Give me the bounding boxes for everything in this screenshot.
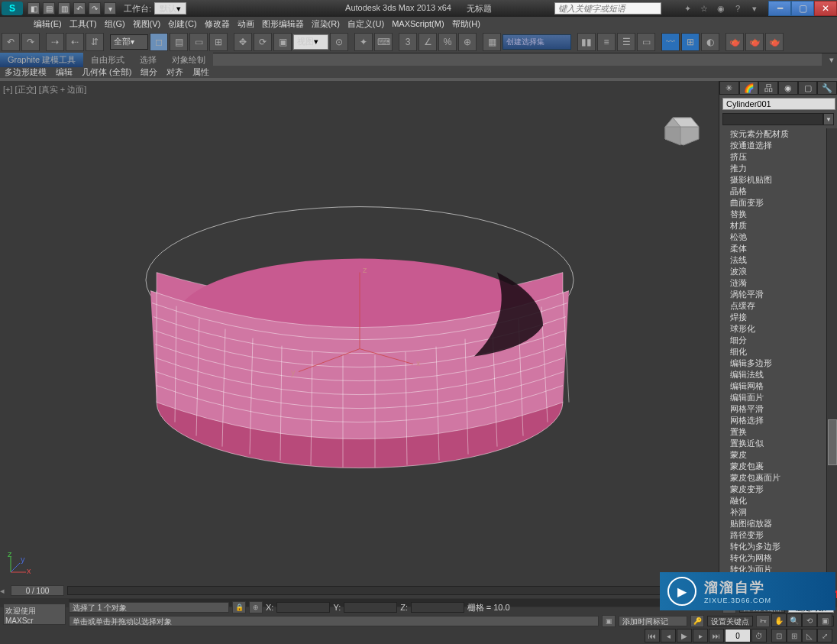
minimize-button[interactable]: ━ bbox=[768, 1, 791, 16]
menu-tools[interactable]: 工具(T) bbox=[66, 17, 100, 31]
modifier-item[interactable]: 补洞 bbox=[722, 506, 837, 518]
timetag-input[interactable]: 添加时间标记 bbox=[619, 616, 687, 626]
menu-graph[interactable]: 图形编辑器 bbox=[259, 17, 307, 31]
bind-icon[interactable]: ⇵ bbox=[86, 33, 104, 51]
modifier-item[interactable]: 网格平滑 bbox=[722, 403, 837, 415]
y-coord-input[interactable] bbox=[344, 602, 397, 613]
modifier-item[interactable]: 蒙皮 bbox=[722, 449, 837, 461]
unlink-icon[interactable]: ⇠ bbox=[66, 33, 84, 51]
zoom-all-icon[interactable]: ⊞ bbox=[787, 629, 802, 642]
modifier-item[interactable]: 蒙皮变形 bbox=[722, 484, 837, 495]
qat-save-icon[interactable]: ▥ bbox=[58, 2, 70, 15]
menu-group[interactable]: 组(G) bbox=[102, 17, 128, 31]
maximize-button[interactable]: ▢ bbox=[791, 1, 814, 16]
menu-customize[interactable]: 自定义(U) bbox=[344, 17, 387, 31]
qat-open-icon[interactable]: ▤ bbox=[43, 2, 55, 15]
render-frame-icon[interactable]: 🫖 bbox=[745, 33, 764, 51]
exchange-icon[interactable]: ◉ bbox=[715, 2, 727, 15]
cylinder-object[interactable]: z y x bbox=[115, 119, 604, 486]
modifier-item[interactable]: 编辑网格 bbox=[722, 380, 837, 392]
time-config-icon[interactable]: ⏱ bbox=[751, 629, 767, 642]
manipulate-icon[interactable]: ✦ bbox=[354, 33, 373, 51]
modifier-item[interactable]: 推力 bbox=[722, 163, 837, 174]
modifier-item[interactable]: 摄影机贴图 bbox=[722, 174, 837, 186]
modifier-item[interactable]: 置换近似 bbox=[722, 438, 837, 449]
ref-coord-dropdown[interactable]: 视图▾ bbox=[293, 34, 328, 50]
search-input[interactable] bbox=[554, 2, 661, 15]
key-mode-icon[interactable]: 🔑 bbox=[690, 615, 704, 627]
selection-filter-dropdown[interactable]: 全部 ▾ bbox=[110, 34, 148, 50]
material-editor-icon[interactable]: ◐ bbox=[701, 33, 719, 51]
align-icon[interactable]: ≡ bbox=[597, 33, 616, 51]
app-menu-icon[interactable]: S bbox=[2, 2, 23, 15]
render-setup-icon[interactable]: 🫖 bbox=[726, 33, 744, 51]
menu-edit[interactable]: 编辑(E) bbox=[31, 17, 65, 31]
modifier-item[interactable]: 贴图缩放器 bbox=[722, 518, 837, 529]
pivot-icon[interactable]: ⊙ bbox=[330, 33, 348, 51]
named-selection-dropdown[interactable]: 创建选择集 bbox=[503, 34, 571, 50]
panel-tab-motion-icon[interactable]: ◉ bbox=[778, 81, 798, 95]
mirror-icon[interactable]: ▮▮ bbox=[577, 33, 596, 51]
play-icon[interactable]: ▶ bbox=[677, 629, 692, 642]
setkey-button[interactable]: 设置关键点 bbox=[707, 616, 753, 626]
select-object-icon[interactable]: ◻ bbox=[150, 33, 168, 51]
next-frame-icon[interactable]: ▸ bbox=[693, 629, 708, 642]
modifier-item[interactable]: 编辑面片 bbox=[722, 392, 837, 403]
menu-modifiers[interactable]: 修改器 bbox=[202, 17, 233, 31]
menu-views[interactable]: 视图(V) bbox=[130, 17, 164, 31]
goto-end-icon[interactable]: ⏭ bbox=[709, 629, 724, 642]
abs-rel-icon[interactable]: ⊕ bbox=[249, 601, 263, 613]
modifier-item[interactable]: 编辑法线 bbox=[722, 369, 837, 380]
menu-help[interactable]: 帮助(H) bbox=[449, 17, 483, 31]
angle-snap-icon[interactable]: ∠ bbox=[419, 33, 437, 51]
keyfilter-key-icon[interactable]: 🗝 bbox=[756, 615, 770, 627]
rsub-polymodel[interactable]: 多边形建模 bbox=[0, 65, 51, 79]
menu-render[interactable]: 渲染(R) bbox=[309, 17, 343, 31]
rect-region-icon[interactable]: ▭ bbox=[189, 33, 208, 51]
pan-icon[interactable]: ✋ bbox=[771, 613, 787, 627]
goto-start-icon[interactable]: ⏮ bbox=[645, 629, 660, 642]
modifier-item[interactable]: 网格选择 bbox=[722, 415, 837, 426]
window-crossing-icon[interactable]: ⊞ bbox=[209, 33, 228, 51]
snap-toggle-icon[interactable]: 3 bbox=[399, 33, 417, 51]
undo-icon[interactable]: ↶ bbox=[2, 33, 20, 51]
menu-animation[interactable]: 动画 bbox=[234, 17, 257, 31]
modifier-item[interactable]: 波浪 bbox=[722, 266, 837, 277]
time-slider[interactable]: 0 / 100 bbox=[11, 585, 64, 596]
panel-tab-create-icon[interactable]: ✳ bbox=[719, 81, 739, 95]
panel-tab-hierarchy-icon[interactable]: 品 bbox=[758, 81, 778, 95]
viewport-label[interactable]: [+] [正交] [真实 + 边面] bbox=[3, 84, 86, 95]
current-frame-input[interactable]: 0 bbox=[725, 629, 751, 642]
ribbon-toggle-icon[interactable]: ▭ bbox=[637, 33, 655, 51]
modifier-scrollbar[interactable] bbox=[826, 128, 837, 613]
link-icon[interactable]: ⇢ bbox=[46, 33, 64, 51]
lock-selection-icon[interactable]: 🔒 bbox=[232, 601, 246, 613]
z-coord-input[interactable] bbox=[411, 602, 464, 613]
modifier-item[interactable]: 松弛 bbox=[722, 231, 837, 243]
orbit-icon[interactable]: ⟲ bbox=[802, 613, 817, 627]
modifier-item[interactable]: 按通道选择 bbox=[722, 140, 837, 151]
layer-icon[interactable]: ☰ bbox=[617, 33, 635, 51]
timetag-icon[interactable]: ▣ bbox=[602, 615, 616, 627]
signin-icon[interactable]: ☆ bbox=[698, 2, 710, 15]
qat-more-icon[interactable]: ▾ bbox=[104, 2, 116, 15]
scale-icon[interactable]: ▣ bbox=[273, 33, 292, 51]
x-coord-input[interactable] bbox=[276, 602, 330, 613]
modifier-item[interactable]: 焊接 bbox=[722, 312, 837, 323]
schematic-icon[interactable]: ⊞ bbox=[681, 33, 700, 51]
redo-icon[interactable]: ↷ bbox=[21, 33, 40, 51]
help-dropdown-icon[interactable]: ▾ bbox=[748, 2, 761, 15]
rsub-props[interactable]: 属性 bbox=[188, 65, 214, 79]
move-icon[interactable]: ✥ bbox=[234, 33, 252, 51]
panel-tab-utilities-icon[interactable]: 🔧 bbox=[817, 81, 837, 95]
qat-undo-icon[interactable]: ↶ bbox=[73, 2, 86, 15]
modifier-item[interactable]: 路径变形 bbox=[722, 529, 837, 541]
rsub-edit[interactable]: 编辑 bbox=[51, 65, 77, 79]
rsub-align[interactable]: 对齐 bbox=[162, 65, 188, 79]
modifier-item[interactable]: 晶格 bbox=[722, 186, 837, 197]
viewcube[interactable] bbox=[658, 112, 703, 150]
keyboard-icon[interactable]: ⌨ bbox=[374, 33, 393, 51]
ribbon-minimize-icon[interactable]: ▾ bbox=[822, 53, 837, 66]
maxscript-listener[interactable]: 欢迎使用 MAXScr bbox=[3, 604, 66, 625]
help-icon[interactable]: ? bbox=[732, 2, 744, 15]
